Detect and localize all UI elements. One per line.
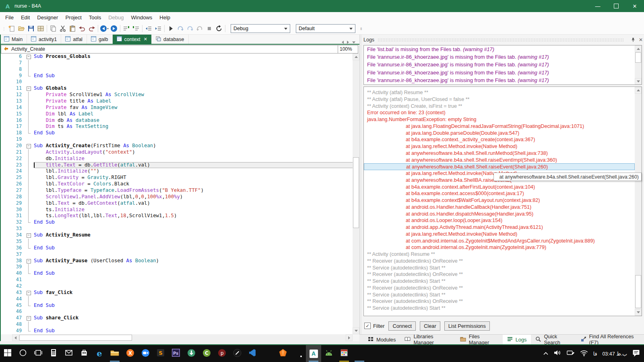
code-text[interactable]: db.Initialize [34, 156, 353, 162]
code-text[interactable]: Dim ts As TextSetting [34, 123, 353, 130]
code-text[interactable]: End Sub [34, 245, 353, 251]
fold-gutter[interactable]: − [26, 85, 34, 92]
code-text[interactable]: End Sub [34, 73, 353, 79]
log-entry[interactable]: at java.lang.Double.parseDouble(Double.j… [364, 130, 635, 137]
code-line-21[interactable]: 21 Activity.LoadLayout("context") [1, 149, 353, 156]
log-entry[interactable]: Error occurred on line: 23 (context) [364, 109, 635, 116]
code-text[interactable] [34, 321, 353, 328]
code-line-41[interactable]: 41 [1, 277, 353, 283]
code-text[interactable]: End Sub [34, 302, 353, 309]
code-text[interactable] [34, 264, 353, 270]
taskbar-edge[interactable]: e [92, 345, 107, 362]
action-center-icon[interactable] [632, 349, 640, 358]
uncomment-icon[interactable] [131, 24, 141, 33]
code-line-9[interactable]: 9End Sub [1, 73, 353, 79]
close-tab-icon[interactable]: ✕ [144, 37, 147, 42]
log-entry[interactable]: at anywheresoftware.b4a.shell.Shell.rais… [364, 157, 635, 164]
code-text[interactable] [34, 251, 353, 258]
maximize-button[interactable] [607, 0, 625, 12]
scroll-tabs-left-icon[interactable] [342, 41, 344, 44]
code-line-37[interactable]: 37 [1, 251, 353, 258]
log-entry[interactable]: at com.android.internal.os.ZygoteInit.ma… [364, 244, 635, 251]
tab-activity1[interactable]: activity1 [27, 35, 61, 44]
code-text[interactable]: title.Text = db.GetTitle(atfal.val) [34, 162, 353, 169]
log-entry[interactable]: ** Receiver (autodetectlinks) OnReceive … [364, 285, 635, 292]
code-line-18[interactable]: 18End Sub [1, 130, 353, 136]
collapse-icon[interactable]: − [27, 259, 31, 263]
open-file-icon[interactable] [17, 24, 26, 33]
connect-button[interactable]: Connect [388, 321, 416, 331]
collapse-icon[interactable]: − [27, 316, 31, 321]
code-text[interactable]: Sub fav_Click [34, 290, 353, 296]
debug-mode-select[interactable]: Debug [231, 24, 290, 33]
taskbar-idm[interactable] [184, 345, 199, 362]
outdent-icon[interactable] [144, 24, 153, 33]
code-text[interactable] [34, 283, 353, 290]
log-entry[interactable]: at com.android.internal.os.ZygoteInit$Me… [364, 238, 635, 245]
language-indicator[interactable]: فا [593, 351, 597, 357]
code-text[interactable] [34, 296, 353, 302]
log-entry[interactable]: at android.os.Handler.dispatchMessage(Ha… [364, 211, 635, 218]
code-text[interactable]: ts.LongText(lbl,lbl.Text,18,ScrollView1,… [34, 213, 353, 219]
indent-icon[interactable] [153, 24, 163, 33]
taskbar-mail[interactable] [61, 345, 76, 362]
log-entry[interactable]: ** Activity (context) Create, isFirst = … [364, 103, 635, 110]
code-text[interactable]: Private title As Label [34, 98, 353, 105]
tab-list-icon[interactable] [352, 41, 355, 43]
taskbar-file-explorer[interactable] [107, 345, 122, 362]
collapse-icon[interactable]: − [27, 86, 31, 91]
log-entry[interactable]: at java.lang.FloatingDecimal.readJavaFor… [364, 123, 635, 130]
menu-item-project[interactable]: Project [62, 14, 85, 21]
resume-2-icon[interactable] [185, 24, 195, 33]
code-line-16[interactable]: 16 Dim db As database [1, 117, 353, 124]
code-line-25[interactable]: 25 lbl.Gravity = Gravity.RIGHT [1, 175, 353, 181]
code-line-33[interactable]: 33 [1, 226, 353, 232]
code-text[interactable] [34, 66, 353, 73]
taskbar-gem[interactable] [275, 345, 291, 362]
code-text[interactable]: Sub Globals [34, 85, 353, 92]
code-line-11[interactable]: 11−Sub Globals [1, 85, 353, 92]
code-text[interactable] [34, 239, 353, 245]
tool-tab-quick-search[interactable]: Quick Search [531, 335, 576, 344]
stop-icon[interactable] [204, 24, 214, 33]
menu-item-debug[interactable]: Debug [105, 14, 127, 21]
code-line-40[interactable]: 40End Sub [1, 270, 353, 277]
taskbar-b4a[interactable]: A [306, 345, 321, 362]
code-line-13[interactable]: 13 Private title As Label [1, 98, 353, 105]
sub-selector[interactable]: Activity_Create [1, 45, 338, 53]
code-text[interactable]: Sub share_Click [34, 315, 353, 321]
pen-input-icon[interactable] [567, 350, 575, 358]
tab-atfal[interactable]: atfal [61, 35, 87, 44]
code-line-15[interactable]: 15 Dim lbl As Label [1, 111, 353, 117]
code-line-44[interactable]: 44 [1, 296, 353, 302]
collapse-icon[interactable]: − [27, 291, 31, 295]
taskbar-xampp[interactable]: X [122, 345, 138, 362]
code-line-36[interactable]: 36End Sub [1, 245, 353, 251]
log-entry[interactable]: ** Receiver (autodetectlinks) OnReceive … [364, 298, 635, 305]
editor-vscrollbar[interactable] [353, 53, 359, 334]
taskbar-p-app[interactable]: p [214, 345, 229, 362]
log-scroll-thumb[interactable] [635, 275, 641, 308]
code-line-39[interactable]: 39 [1, 264, 353, 270]
warning-entry[interactable]: File 'irannurse.ir-86_khoerzaee.jpg' is … [364, 69, 642, 76]
code-editor[interactable]: 6−Sub Process_Globals789End Sub1011−Sub … [1, 53, 353, 334]
fold-gutter[interactable]: − [26, 232, 34, 239]
log-vscrollbar[interactable] [635, 87, 642, 316]
menu-item-windows[interactable]: Windows [128, 14, 156, 21]
tool-tab-find-all-references-f7-[interactable]: Find All References (F7) [576, 335, 644, 344]
tool-tab-logs[interactable]: Logs [503, 335, 531, 344]
code-line-42[interactable]: 42 [1, 283, 353, 290]
menu-item-file[interactable]: File [2, 14, 17, 21]
warning-entry[interactable]: File 'irannurse.ir-86_khoerzaee.jpg' is … [364, 53, 642, 61]
taskbar-zoom[interactable] [138, 345, 153, 362]
code-text[interactable]: ts.Initialize [34, 207, 353, 213]
code-line-45[interactable]: 45End Sub [1, 302, 353, 309]
scroll-down-icon[interactable] [353, 327, 359, 334]
tab-Main[interactable]: Main [0, 35, 27, 44]
code-line-35[interactable]: 35 [1, 239, 353, 245]
log-entry-selected[interactable]: at anywheresoftware.b4a.shell.Shell.rais… [364, 163, 635, 170]
taskbar-color-wheel[interactable] [260, 345, 275, 362]
code-line-32[interactable]: 32End Sub [1, 219, 353, 226]
fold-gutter[interactable]: − [26, 143, 34, 149]
log-entry[interactable]: at java.lang.reflect.Method.invoke(Nativ… [364, 231, 635, 238]
